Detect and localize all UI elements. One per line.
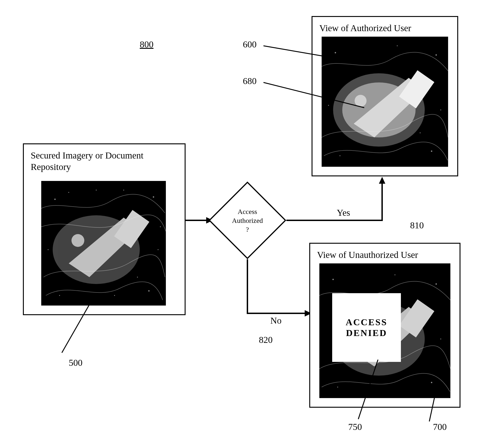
svg-point-41 [435, 283, 437, 285]
leader-unauthorized-750 [357, 360, 387, 421]
decision-text-line2: Authorized [232, 216, 263, 225]
svg-line-36 [264, 82, 364, 108]
svg-point-40 [332, 279, 334, 280]
decision-diamond: Access Authorized ? [209, 181, 286, 259]
svg-point-4 [54, 199, 56, 200]
svg-line-35 [264, 46, 330, 57]
svg-point-9 [59, 295, 60, 296]
svg-marker-20 [379, 177, 385, 184]
svg-line-47 [429, 394, 435, 421]
label-750: 750 [348, 421, 362, 432]
figure-ref-800: 800 [140, 39, 153, 50]
unauthorized-title: View of Unauthorized User [317, 249, 453, 261]
leader-repository-500 [60, 305, 105, 357]
access-denied-line2: DENIED [346, 328, 387, 338]
label-yes: Yes [337, 207, 350, 218]
svg-point-3 [72, 234, 84, 247]
svg-point-44 [337, 387, 338, 388]
svg-point-10 [48, 249, 48, 250]
svg-point-7 [158, 249, 159, 250]
svg-point-45 [394, 274, 395, 275]
svg-point-34 [420, 132, 421, 133]
access-denied-line1: ACCESS [346, 317, 387, 328]
svg-line-16 [62, 305, 89, 353]
repository-title: Secured Imagery or Document Repository [31, 150, 178, 173]
decision-text-line3: ? [246, 225, 249, 234]
leader-unauthorized-700 [428, 394, 447, 424]
svg-point-12 [137, 277, 138, 278]
label-500: 500 [69, 357, 82, 368]
svg-point-5 [68, 192, 69, 193]
svg-point-33 [397, 45, 398, 46]
arrow-no-to-unauthorized [243, 258, 312, 320]
authorized-title: View of Authorized User [319, 23, 450, 34]
decision-text-line1: Access [238, 207, 257, 216]
svg-point-42 [440, 338, 441, 339]
label-820: 820 [259, 334, 273, 345]
access-denied-overlay: ACCESS DENIED [332, 293, 401, 362]
svg-point-13 [114, 295, 115, 296]
svg-point-30 [431, 151, 432, 152]
svg-point-8 [148, 290, 150, 292]
label-700: 700 [433, 421, 447, 432]
svg-point-29 [440, 110, 441, 110]
svg-point-31 [339, 155, 340, 156]
svg-point-6 [153, 196, 154, 198]
label-680: 680 [243, 76, 257, 86]
svg-point-27 [335, 52, 336, 53]
label-no: No [270, 315, 281, 326]
label-600: 600 [243, 39, 257, 50]
leader-authorized-680 [264, 80, 364, 110]
svg-point-14 [96, 190, 97, 191]
leader-authorized-600 [264, 44, 330, 62]
svg-line-46 [358, 360, 378, 419]
repository-image [41, 181, 166, 305]
svg-point-11 [160, 226, 161, 227]
svg-point-15 [123, 190, 124, 191]
svg-point-43 [431, 382, 432, 383]
label-810: 810 [410, 220, 424, 231]
svg-point-28 [435, 54, 437, 56]
